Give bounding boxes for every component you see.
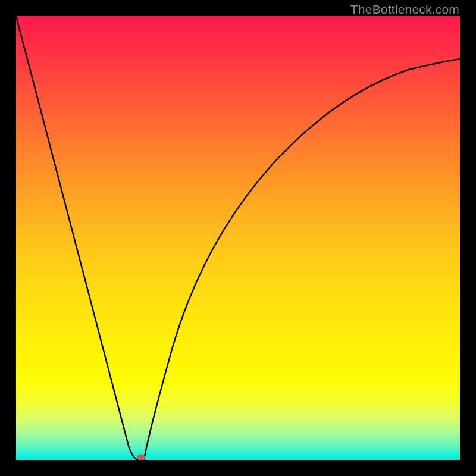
chart-plot-area — [16, 16, 460, 460]
watermark-text: TheBottleneck.com — [350, 2, 459, 17]
chart-curve-layer — [16, 16, 460, 460]
optimal-point-marker — [137, 455, 145, 461]
bottleneck-curve — [16, 16, 460, 460]
